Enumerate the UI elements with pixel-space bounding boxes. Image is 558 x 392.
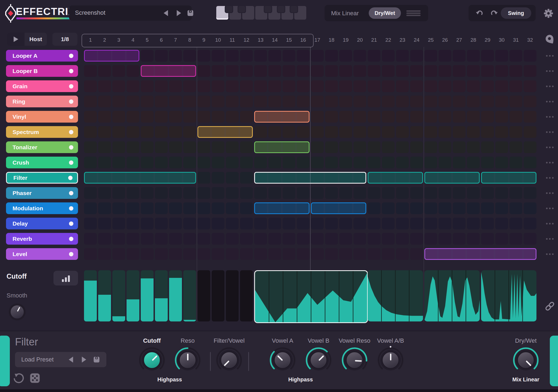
- grid-cell[interactable]: [339, 141, 352, 153]
- grid-cell[interactable]: [509, 50, 522, 62]
- grid-cell[interactable]: [339, 126, 352, 138]
- timeline-step-10[interactable]: 10: [212, 37, 224, 43]
- grid-cell[interactable]: [325, 80, 338, 92]
- grid-cell[interactable]: [197, 50, 210, 62]
- timeline-step-5[interactable]: 5: [141, 37, 154, 43]
- timeline-step-21[interactable]: 21: [368, 37, 380, 43]
- grid-cell[interactable]: [396, 65, 409, 77]
- grid-cell[interactable]: [382, 233, 395, 245]
- grid-cell[interactable]: [155, 50, 168, 62]
- knob-cutoff[interactable]: [143, 351, 161, 369]
- automation-bar[interactable]: [84, 270, 97, 321]
- grid-cell[interactable]: [353, 50, 366, 62]
- grid-cell[interactable]: [410, 111, 423, 123]
- grid-cell[interactable]: [297, 248, 310, 260]
- swing-button[interactable]: Swing: [501, 7, 531, 19]
- grid-cell[interactable]: [368, 141, 380, 153]
- row-menu-dots-icon[interactable]: [544, 248, 556, 260]
- grid-cell[interactable]: [141, 187, 154, 199]
- grid-cell[interactable]: [127, 202, 139, 214]
- grid-cell[interactable]: [254, 96, 267, 107]
- gear-icon[interactable]: [543, 8, 554, 19]
- automation-bar[interactable]: [183, 270, 196, 321]
- step-block-level[interactable]: [424, 248, 536, 260]
- grid-cell[interactable]: [339, 187, 352, 199]
- effect-preset-placeholder[interactable]: Load Preset: [21, 356, 54, 363]
- grid-cell[interactable]: [410, 50, 423, 62]
- track-chip-looper-b[interactable]: Looper B: [6, 65, 78, 77]
- grid-cell[interactable]: [382, 218, 395, 229]
- grid-cell[interactable]: [311, 126, 324, 138]
- row-menu-dots-icon[interactable]: [544, 218, 556, 229]
- grid-cell[interactable]: [368, 248, 380, 260]
- mixer-lines-icon[interactable]: [406, 10, 421, 16]
- grid-cell[interactable]: [509, 126, 522, 138]
- grid-cell[interactable]: [368, 157, 380, 168]
- grid-cell[interactable]: [495, 65, 508, 77]
- grid-cell[interactable]: [268, 80, 281, 92]
- grid-cell[interactable]: [509, 233, 522, 245]
- automation-bar[interactable]: [155, 270, 168, 321]
- grid-cell[interactable]: [297, 218, 310, 229]
- automation-empty-cell[interactable]: [197, 270, 210, 321]
- grid-cell[interactable]: [197, 65, 210, 77]
- knob-dry-wet[interactable]: [517, 351, 535, 369]
- grid-cell[interactable]: [453, 157, 466, 168]
- grid-cell[interactable]: [297, 50, 310, 62]
- grid-cell[interactable]: [127, 80, 139, 92]
- grid-cell[interactable]: [268, 187, 281, 199]
- grid-cell[interactable]: [509, 111, 522, 123]
- preset-prev-icon[interactable]: [164, 10, 168, 16]
- pattern-black-key[interactable]: [290, 5, 298, 13]
- grid-cell[interactable]: [368, 50, 380, 62]
- grid-cell[interactable]: [283, 80, 295, 92]
- grid-cell[interactable]: [98, 187, 111, 199]
- grid-cell[interactable]: [368, 233, 380, 245]
- grid-cell[interactable]: [495, 96, 508, 107]
- row-menu-dots-icon[interactable]: [544, 202, 556, 214]
- grid-cell[interactable]: [141, 50, 154, 62]
- pattern-black-key[interactable]: [277, 5, 285, 13]
- automation-empty-cell[interactable]: [226, 270, 239, 321]
- grid-cell[interactable]: [453, 111, 466, 123]
- redo-icon[interactable]: [490, 9, 498, 17]
- grid-cell[interactable]: [254, 50, 267, 62]
- rate-button[interactable]: 1/8: [52, 33, 77, 46]
- grid-cell[interactable]: [84, 157, 97, 168]
- step-block-filter[interactable]: [481, 172, 536, 184]
- grid-cell[interactable]: [410, 187, 423, 199]
- grid-cell[interactable]: [297, 65, 310, 77]
- grid-cell[interactable]: [339, 218, 352, 229]
- grid-cell[interactable]: [127, 126, 139, 138]
- grid-cell[interactable]: [297, 187, 310, 199]
- grid-cell[interactable]: [98, 96, 111, 107]
- grid-cell[interactable]: [226, 65, 239, 77]
- grid-cell[interactable]: [453, 96, 466, 107]
- dice-icon[interactable]: [29, 373, 40, 384]
- grid-cell[interactable]: [155, 202, 168, 214]
- timeline-step-22[interactable]: 22: [382, 37, 395, 43]
- grid-cell[interactable]: [481, 65, 494, 77]
- grid-cell[interactable]: [396, 141, 409, 153]
- track-chip-modulation[interactable]: Modulation: [6, 202, 78, 214]
- grid-cell[interactable]: [297, 157, 310, 168]
- grid-cell[interactable]: [127, 141, 139, 153]
- preset-save-icon[interactable]: [187, 9, 194, 17]
- grid-cell[interactable]: [410, 80, 423, 92]
- grid-cell[interactable]: [311, 50, 324, 62]
- timeline-step-7[interactable]: 7: [169, 37, 182, 43]
- grid-cell[interactable]: [155, 248, 168, 260]
- grid-cell[interactable]: [509, 202, 522, 214]
- grid-cell[interactable]: [495, 187, 508, 199]
- grid-cell[interactable]: [467, 50, 480, 62]
- row-menu-dots-icon[interactable]: [544, 111, 556, 123]
- grid-cell[interactable]: [509, 157, 522, 168]
- grid-cell[interactable]: [268, 157, 281, 168]
- effect-preset-save-icon[interactable]: [93, 356, 100, 363]
- grid-cell[interactable]: [240, 80, 253, 92]
- grid-cell[interactable]: [212, 218, 224, 229]
- grid-cell[interactable]: [467, 233, 480, 245]
- grid-cell[interactable]: [396, 96, 409, 107]
- grid-cell[interactable]: [240, 248, 253, 260]
- grid-cell[interactable]: [197, 218, 210, 229]
